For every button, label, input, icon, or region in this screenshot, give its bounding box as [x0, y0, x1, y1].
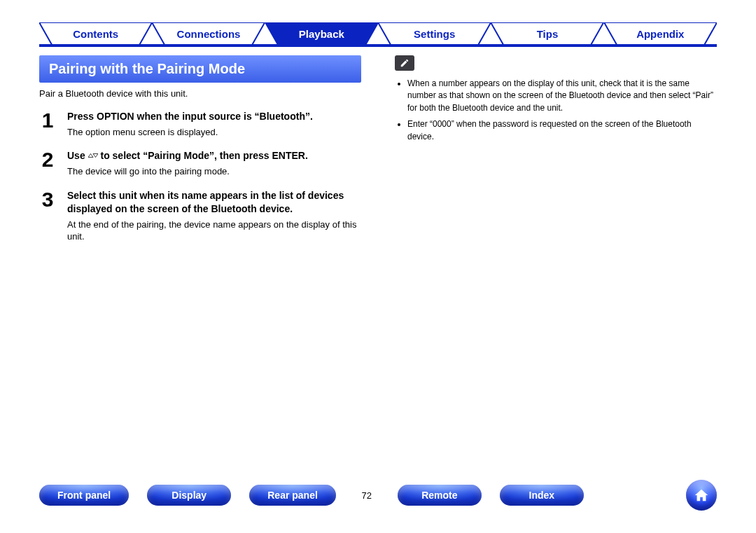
step-head-post: to select “Pairing Mode”, then press ENT…: [98, 150, 308, 161]
note-item: Enter “0000” when the password is reques…: [407, 118, 717, 143]
tab-tips[interactable]: Tips: [491, 22, 603, 45]
left-column: Pairing with the Pairing Mode Pair a Blu…: [39, 55, 361, 243]
tab-appendix[interactable]: Appendix: [604, 22, 717, 45]
step-subtext: The option menu screen is displayed.: [67, 126, 361, 139]
step-subtext: At the end of the pairing, the device na…: [67, 219, 361, 243]
page-number: 72: [354, 490, 379, 501]
note-list: When a number appears on the display of …: [395, 78, 717, 143]
footer-index-button[interactable]: Index: [500, 485, 584, 506]
tab-label: Playback: [299, 28, 344, 40]
tab-label: Connections: [177, 28, 241, 40]
step-heading: Use to select “Pairing Mode”, then press…: [67, 149, 361, 162]
tab-connections[interactable]: Connections: [152, 22, 265, 45]
tab-playback[interactable]: Playback: [265, 22, 378, 45]
note-item: When a number appears on the display of …: [407, 78, 717, 114]
svg-marker-6: [88, 154, 93, 158]
step-heading: Select this unit when its name appears i…: [67, 189, 361, 216]
lead-text: Pair a Bluetooth device with this unit.: [39, 88, 361, 99]
tab-label: Appendix: [636, 28, 684, 40]
pill-label: Index: [529, 490, 555, 501]
step-heading: Press OPTION when the input source is “B…: [67, 110, 361, 123]
step-2: 2 Use to select “Pairing Mode”, then pre…: [39, 149, 361, 177]
step-1: 1 Press OPTION when the input source is …: [39, 110, 361, 138]
pill-label: Rear panel: [267, 490, 318, 501]
pill-label: Front panel: [57, 490, 111, 501]
home-icon: [694, 487, 709, 503]
home-button[interactable]: [686, 480, 717, 511]
tab-label: Settings: [414, 28, 455, 40]
step-number: 2: [39, 149, 56, 177]
step-number: 1: [39, 110, 56, 138]
footer-nav: Front panel Display Rear panel 72 Remote…: [39, 480, 717, 511]
up-down-triangle-icon: [88, 150, 98, 162]
step-number: 3: [39, 189, 56, 243]
pill-label: Remote: [421, 490, 457, 501]
step-3: 3 Select this unit when its name appears…: [39, 189, 361, 243]
tab-contents[interactable]: Contents: [39, 22, 152, 45]
footer-remote-button[interactable]: Remote: [398, 485, 482, 506]
note-pencil-icon: [395, 55, 414, 71]
section-heading: Pairing with the Pairing Mode: [39, 55, 361, 83]
step-subtext: The device will go into the pairing mode…: [67, 165, 361, 178]
tab-label: Contents: [73, 28, 118, 40]
step-head-pre: Use: [67, 150, 88, 161]
tab-label: Tips: [537, 28, 559, 40]
top-tabs: ContentsConnectionsPlaybackSettingsTipsA…: [39, 22, 717, 45]
footer-display-button[interactable]: Display: [147, 485, 231, 506]
tab-settings[interactable]: Settings: [378, 22, 491, 45]
pill-label: Display: [172, 490, 206, 501]
footer-rear-panel-button[interactable]: Rear panel: [249, 485, 336, 506]
footer-front-panel-button[interactable]: Front panel: [39, 485, 129, 506]
svg-marker-7: [93, 154, 98, 158]
right-column: When a number appears on the display of …: [395, 55, 717, 243]
